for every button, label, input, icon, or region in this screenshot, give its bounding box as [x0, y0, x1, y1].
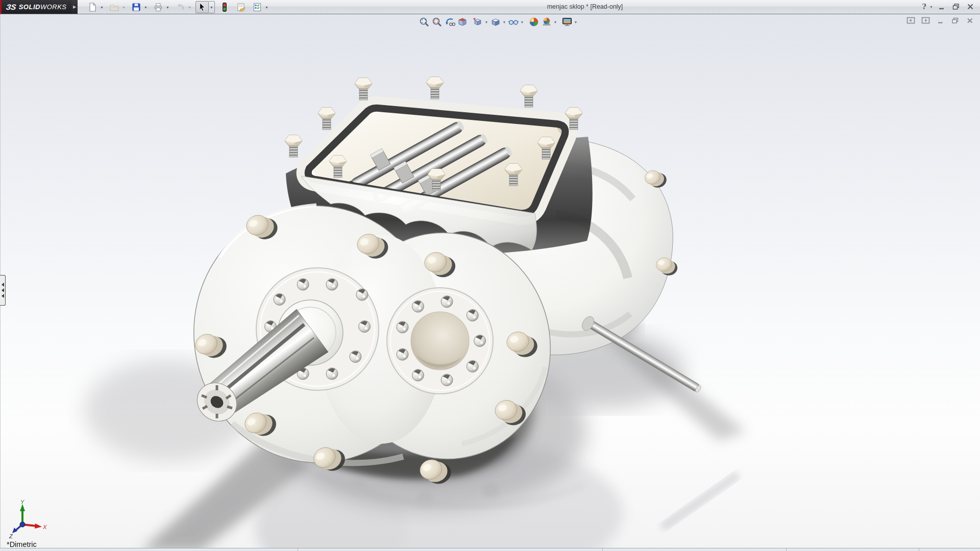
zoom-to-area-icon	[431, 16, 443, 28]
reference-triad: Y X Z	[8, 499, 48, 539]
display-style-button[interactable]	[489, 16, 502, 28]
restore-button[interactable]	[950, 2, 962, 12]
rebuild-traffic-light-icon	[219, 2, 230, 12]
triad-x-label: X	[42, 524, 47, 530]
print-dropdown[interactable]: ▼	[165, 2, 170, 13]
previous-view-button[interactable]	[443, 16, 456, 28]
options-dropdown[interactable]: ▼	[264, 2, 270, 13]
display-style-cube-icon	[490, 16, 501, 28]
undo-button[interactable]	[174, 1, 187, 13]
options-button[interactable]	[251, 1, 264, 13]
save-dropdown[interactable]: ▼	[143, 2, 149, 13]
doc-close-icon	[966, 17, 974, 24]
headsup-view-toolbar: ▼ ▼ ▼ ▼	[418, 16, 578, 28]
pane-right-icon	[921, 17, 930, 24]
file-properties-icon	[236, 2, 246, 12]
new-document-button[interactable]	[86, 1, 99, 13]
previous-view-icon	[444, 16, 455, 28]
left-arrow-icon	[2, 283, 4, 287]
select-dropdown[interactable]: ▼	[209, 1, 215, 13]
apply-scene-dropdown[interactable]: ▼	[553, 16, 558, 28]
file-properties-button[interactable]	[234, 1, 248, 13]
gearbox-3d-model[interactable]	[0, 0, 980, 551]
hide-show-items-button[interactable]	[507, 16, 520, 28]
triad-z-label: Z	[9, 533, 13, 539]
help-button[interactable]: ?	[922, 2, 926, 11]
display-style-dropdown[interactable]: ▼	[502, 16, 507, 28]
apply-scene-button[interactable]	[540, 16, 553, 28]
view-settings-dropdown[interactable]: ▼	[573, 16, 578, 28]
open-button[interactable]	[108, 1, 121, 13]
print-icon	[153, 2, 163, 12]
undo-icon	[175, 2, 185, 12]
window-controls: ? ▼	[922, 2, 976, 12]
feature-pane-collapse-tab[interactable]	[0, 275, 6, 306]
zoom-to-fit-icon	[419, 16, 430, 28]
solidworks-window: { "window": { "title": "menjac sklop * […	[0, 0, 980, 551]
save-floppy-icon	[131, 2, 141, 12]
view-orientation-label: *Dimetric	[7, 540, 37, 548]
pane-left-icon	[906, 17, 915, 24]
undo-dropdown[interactable]: ▼	[187, 2, 192, 13]
window-title: menjac sklop * [Read-only]	[547, 3, 623, 10]
brand-name: SOLIDWORKS	[19, 3, 67, 11]
new-document-dropdown[interactable]: ▼	[99, 2, 105, 13]
zoom-to-fit-button[interactable]	[418, 16, 430, 28]
save-button[interactable]	[130, 1, 143, 13]
triad-y-label: Y	[20, 499, 24, 505]
new-document-icon	[87, 2, 97, 12]
view-orientation-dropdown[interactable]: ▼	[484, 16, 489, 28]
close-button[interactable]	[965, 2, 976, 12]
print-button[interactable]	[152, 1, 165, 13]
title-bar: ЗS SOLIDWORKS ▶ ▼ ▼ ▼	[0, 0, 980, 14]
minimize-button[interactable]	[936, 2, 947, 12]
hide-show-glasses-icon	[508, 16, 519, 28]
view-orientation-button[interactable]	[471, 16, 484, 28]
select-cursor-icon	[197, 2, 207, 12]
minimize-icon	[938, 3, 946, 10]
doc-restore-button[interactable]	[950, 16, 960, 24]
apply-scene-icon	[541, 16, 552, 28]
pane-left-button[interactable]	[905, 16, 916, 24]
doc-minimize-icon	[937, 17, 944, 24]
doc-restore-icon	[951, 17, 959, 24]
edit-appearance-ball-icon	[528, 16, 540, 28]
help-dropdown[interactable]: ▼	[929, 5, 933, 9]
open-dropdown[interactable]: ▼	[121, 2, 127, 13]
rebuild-button[interactable]	[218, 1, 231, 13]
ds-logo-mark: ЗS	[6, 3, 17, 11]
pane-right-button[interactable]	[920, 16, 930, 24]
doc-close-button[interactable]	[965, 16, 975, 24]
hide-show-items-dropdown[interactable]: ▼	[520, 16, 525, 28]
view-settings-monitor-icon	[561, 16, 573, 28]
section-view-button[interactable]	[456, 16, 469, 28]
view-orientation-cube-icon	[472, 16, 483, 28]
left-arrow-icon	[2, 288, 4, 292]
restore-icon	[952, 3, 960, 10]
options-checklist-icon	[252, 2, 262, 12]
menu-expand-tab[interactable]: ▶	[71, 0, 78, 14]
left-arrow-icon	[2, 294, 4, 298]
main-toolbar: ▼ ▼ ▼ ▼	[86, 1, 270, 13]
right-bearing-boss	[387, 288, 493, 394]
section-view-icon	[457, 16, 468, 28]
select-tool-button[interactable]	[195, 1, 209, 13]
zoom-to-area-button[interactable]	[430, 16, 443, 28]
document-window-controls	[905, 16, 975, 24]
close-icon	[966, 3, 974, 10]
view-settings-button[interactable]	[560, 16, 573, 28]
status-bar	[0, 548, 980, 551]
doc-minimize-button[interactable]	[935, 16, 945, 24]
solidworks-logo: ЗS SOLIDWORKS	[0, 0, 71, 14]
open-folder-icon	[109, 2, 119, 12]
edit-appearance-button[interactable]	[527, 16, 540, 28]
logo-red-stripe	[0, 0, 2, 14]
